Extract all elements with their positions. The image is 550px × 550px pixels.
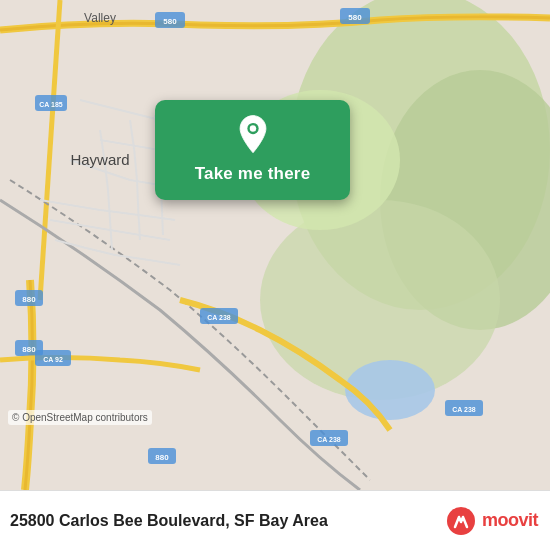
moovit-icon: [445, 505, 477, 537]
svg-text:Hayward: Hayward: [70, 151, 129, 168]
map-attribution: © OpenStreetMap contributors: [8, 410, 152, 425]
map-container: 580 580 CA 185 880 880 CA 92 CA 238 CA 2…: [0, 0, 550, 490]
svg-text:880: 880: [22, 345, 36, 354]
svg-text:580: 580: [348, 13, 362, 22]
svg-text:580: 580: [163, 17, 177, 26]
location-pin-icon: [232, 114, 274, 156]
svg-text:CA 185: CA 185: [39, 101, 63, 108]
svg-point-5: [345, 360, 435, 420]
moovit-brand-label: moovit: [482, 510, 538, 531]
svg-text:880: 880: [22, 295, 36, 304]
bottom-bar: 25800 Carlos Bee Boulevard, SF Bay Area …: [0, 490, 550, 550]
svg-text:Valley: Valley: [84, 11, 116, 25]
address-label: 25800 Carlos Bee Boulevard, SF Bay Area: [10, 512, 328, 530]
svg-text:CA 238: CA 238: [452, 406, 476, 413]
svg-text:CA 92: CA 92: [43, 356, 63, 363]
svg-text:880: 880: [155, 453, 169, 462]
svg-text:CA 238: CA 238: [317, 436, 341, 443]
take-me-there-card[interactable]: Take me there: [155, 100, 350, 200]
take-me-there-label: Take me there: [195, 164, 311, 184]
svg-point-29: [249, 125, 255, 131]
moovit-logo: moovit: [445, 505, 538, 537]
svg-text:CA 238: CA 238: [207, 314, 231, 321]
